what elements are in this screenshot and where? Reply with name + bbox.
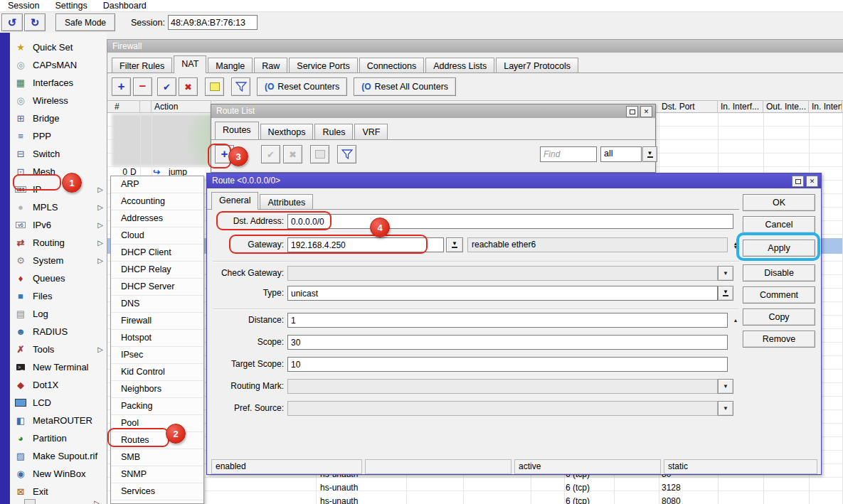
- sidebar-item-ppp[interactable]: PPP: [10, 127, 107, 145]
- column-header-flags[interactable]: [140, 100, 152, 113]
- sidebar-item-system[interactable]: System▷: [10, 252, 107, 269]
- scope-input[interactable]: [287, 335, 728, 350]
- submenu-item-dhcp-client[interactable]: DHCP Client: [111, 245, 203, 262]
- session-input[interactable]: [168, 15, 258, 30]
- table-row[interactable]: hs-unauth6 (tcp)8080: [206, 496, 843, 504]
- submenu-item-hotspot[interactable]: Hotspot: [111, 330, 203, 347]
- tab-service-ports[interactable]: Service Ports: [289, 58, 357, 73]
- add-rule-button[interactable]: +: [112, 77, 131, 96]
- sidebar-item-interfaces[interactable]: Interfaces: [10, 74, 107, 92]
- find-input[interactable]: [540, 146, 597, 162]
- submenu-item-packing[interactable]: Packing: [111, 398, 203, 415]
- sidebar-item-files[interactable]: Files: [10, 287, 107, 305]
- tab-layer7-protocols[interactable]: Layer7 Protocols: [496, 58, 578, 73]
- routing-mark-dropdown-button[interactable]: ▼: [718, 379, 733, 394]
- pref-source-dropdown-button[interactable]: ▼: [718, 401, 733, 416]
- dst-address-input[interactable]: [287, 214, 733, 229]
- menu-settings[interactable]: Settings: [47, 0, 95, 11]
- sidebar-item-ip[interactable]: IP▷: [10, 181, 107, 198]
- sidebar-item-queues[interactable]: Queues: [10, 269, 107, 287]
- filter-rules-button[interactable]: [231, 77, 250, 96]
- sidebar-item-metarouter[interactable]: MetaROUTER: [10, 412, 107, 429]
- submenu-item-cloud[interactable]: Cloud: [111, 227, 203, 245]
- submenu-item-pool[interactable]: Pool: [111, 415, 203, 432]
- distance-spinner[interactable]: ▲: [731, 313, 741, 328]
- submenu-item-smb[interactable]: SMB: [111, 449, 203, 466]
- sidebar-item-make-supout-rif[interactable]: Make Supout.rif: [10, 447, 107, 465]
- filter-dropdown-button[interactable]: ▼: [642, 146, 657, 162]
- sidebar-item-switch[interactable]: Switch: [10, 145, 107, 163]
- submenu-item-ipsec[interactable]: IPsec: [111, 347, 203, 364]
- reset-all-counters-button[interactable]: (OReset All Counters: [354, 77, 456, 96]
- remove-rule-button[interactable]: −: [133, 77, 152, 96]
- sidebar-item-exit[interactable]: Exit: [10, 483, 107, 500]
- filter-select[interactable]: all: [600, 146, 642, 162]
- enable-route-button[interactable]: ✔: [261, 145, 280, 163]
- copy-button[interactable]: Copy: [743, 309, 815, 326]
- sidebar-item-ipv6[interactable]: IPv6▷: [10, 216, 107, 234]
- column-header-action[interactable]: Action: [152, 100, 211, 113]
- undo-button[interactable]: ↺: [1, 14, 23, 31]
- sidebar-item-dot1x[interactable]: Dot1X: [10, 376, 107, 394]
- enable-rule-button[interactable]: ✔: [157, 77, 176, 96]
- sidebar-item-tools[interactable]: Tools▷: [10, 341, 107, 358]
- sidebar-item-quick-set[interactable]: Quick Set: [10, 38, 107, 56]
- target-scope-input[interactable]: [287, 357, 728, 372]
- check-gateway-dropdown-button[interactable]: ▼: [718, 266, 733, 281]
- safe-mode-button[interactable]: Safe Mode: [55, 14, 115, 31]
- maximize-button[interactable]: [626, 106, 638, 117]
- remove-button[interactable]: Remove: [743, 331, 815, 348]
- gateway-input[interactable]: [287, 237, 444, 252]
- check-gateway-select[interactable]: [287, 266, 718, 281]
- routing-mark-select[interactable]: [287, 379, 718, 394]
- close-button[interactable]: ✕: [640, 106, 652, 117]
- tab-attributes[interactable]: Attributes: [260, 194, 313, 210]
- submenu-item-kid-control[interactable]: Kid Control: [111, 364, 203, 381]
- menu-session[interactable]: Session: [0, 0, 47, 11]
- tab-connections[interactable]: Connections: [359, 58, 425, 73]
- submenu-item-neighbors[interactable]: Neighbors: [111, 381, 203, 398]
- sidebar-item-mpls[interactable]: MPLS▷: [10, 198, 107, 216]
- submenu-item-addresses[interactable]: Addresses: [111, 210, 203, 227]
- sidebar-item-routing[interactable]: Routing▷: [10, 234, 107, 252]
- apply-button[interactable]: Apply: [743, 240, 815, 257]
- submenu-item-arp[interactable]: ARP: [111, 176, 203, 193]
- type-dropdown-button[interactable]: ▼: [718, 286, 733, 301]
- reset-counters-button[interactable]: (OReset Counters: [257, 77, 347, 96]
- sidebar-item-new-terminal[interactable]: New Terminal: [10, 358, 107, 376]
- sidebar-item-mesh[interactable]: Mesh: [10, 163, 107, 181]
- tab-nat[interactable]: NAT: [174, 55, 206, 73]
- submenu-item-dhcp-relay[interactable]: DHCP Relay: [111, 262, 203, 279]
- disable-route-button[interactable]: ✖: [283, 145, 302, 163]
- sidebar-item-new-winbox[interactable]: New WinBox: [10, 465, 107, 483]
- submenu-item-accounting[interactable]: Accounting: [111, 193, 203, 210]
- column-header-number[interactable]: #: [112, 100, 140, 113]
- tab-mangle[interactable]: Mangle: [208, 58, 253, 73]
- column-header-in-interf[interactable]: In. Interf...: [809, 100, 842, 113]
- tab-vrf[interactable]: VRF: [354, 124, 388, 139]
- sidebar-item-capsman[interactable]: CAPsMAN: [10, 56, 107, 74]
- menu-dashboard[interactable]: Dashboard: [95, 0, 154, 11]
- submenu-item-snmp[interactable]: SNMP: [111, 466, 203, 483]
- submenu-item-dhcp-server[interactable]: DHCP Server: [111, 279, 203, 296]
- pref-source-select[interactable]: [287, 401, 718, 416]
- sidebar-item-partition[interactable]: Partition: [10, 429, 107, 447]
- sidebar-item-log[interactable]: Log: [10, 305, 107, 323]
- sidebar-item-lcd[interactable]: LCD: [10, 394, 107, 412]
- filter-routes-button[interactable]: [337, 145, 356, 163]
- column-header-in-interf[interactable]: In. Interf...: [718, 100, 763, 113]
- tab-raw[interactable]: Raw: [254, 58, 287, 73]
- table-row[interactable]: hs-unauth6 (tcp)3128: [206, 483, 843, 496]
- disable-rule-button[interactable]: ✖: [179, 77, 198, 96]
- submenu-item-services[interactable]: Services: [111, 483, 203, 500]
- column-header-out-inte[interactable]: Out. Inte...: [763, 100, 809, 113]
- type-select[interactable]: [287, 286, 718, 301]
- gateway-spinner[interactable]: ▲▼: [731, 237, 741, 252]
- tab-nexthops[interactable]: Nexthops: [260, 124, 314, 139]
- tab-address-lists[interactable]: Address Lists: [425, 58, 494, 73]
- distance-input[interactable]: [287, 313, 728, 328]
- disable-button[interactable]: Disable: [743, 264, 815, 282]
- sidebar-item-bridge[interactable]: Bridge: [10, 109, 107, 127]
- sidebar-item-radius[interactable]: RADIUS: [10, 323, 107, 341]
- comment-route-button[interactable]: [310, 145, 329, 163]
